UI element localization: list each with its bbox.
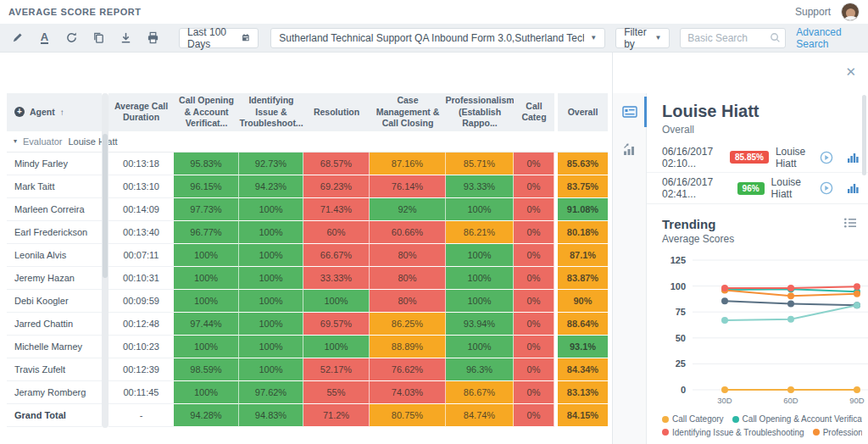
overall-score-cell[interactable]: 85.63% <box>558 153 608 175</box>
print-icon[interactable] <box>146 31 160 45</box>
score-cell[interactable]: 100% <box>446 244 514 267</box>
column-header-3[interactable]: Resolution <box>303 93 370 131</box>
agent-name[interactable]: Marleen Correira <box>7 198 102 221</box>
score-cell[interactable]: 100% <box>239 290 303 313</box>
score-cell[interactable]: 100% <box>174 290 239 313</box>
score-cell[interactable]: 0% <box>514 244 554 267</box>
overall-score-cell[interactable]: 83.75% <box>558 175 608 198</box>
score-cell[interactable]: 94.83% <box>239 404 303 427</box>
agent-name[interactable]: Travis Zufelt <box>7 358 102 381</box>
score-cell[interactable]: 100% <box>174 336 239 358</box>
legend-item[interactable]: Professionalism (Establish R... <box>813 426 862 440</box>
panel-scrollbar-thumb[interactable] <box>862 95 866 175</box>
score-cell[interactable]: 84.74% <box>446 404 514 427</box>
score-cell[interactable]: 100% <box>239 267 303 290</box>
score-cell[interactable]: 69.57% <box>303 313 370 336</box>
agent-name[interactable]: Jeremy Hazan <box>7 267 102 290</box>
score-cell[interactable]: 0% <box>514 267 554 290</box>
score-cell[interactable]: 0% <box>514 404 554 427</box>
evaluator-group-row[interactable]: ▾ Evaluator Louise Hiatt <box>7 130 608 153</box>
column-header-2[interactable]: Identifying Issue & Troubleshoot... <box>239 93 303 131</box>
score-cell[interactable]: 100% <box>446 290 514 313</box>
score-cell[interactable]: 97.62% <box>239 381 303 404</box>
score-cell[interactable]: 0% <box>514 336 554 358</box>
score-cell[interactable]: 100% <box>446 267 514 290</box>
score-cell[interactable]: 33.33% <box>303 267 370 290</box>
agent-name[interactable]: Jeramy Romberg <box>7 381 102 404</box>
overall-score-cell[interactable]: 90% <box>558 290 608 313</box>
score-cell[interactable]: 86.67% <box>446 381 514 404</box>
score-cell[interactable]: 69.23% <box>303 175 370 198</box>
score-cell[interactable]: 60.66% <box>370 221 446 244</box>
score-cell[interactable]: 85.71% <box>446 153 514 175</box>
score-cell[interactable]: 86.25% <box>370 313 446 336</box>
agent-name[interactable]: Mark Taitt <box>7 175 102 198</box>
support-link[interactable]: Support <box>795 6 831 18</box>
overall-score-cell[interactable]: 84.15% <box>558 404 608 427</box>
score-cell[interactable]: 92% <box>370 198 446 221</box>
play-recording-icon[interactable] <box>820 181 833 195</box>
overall-score-cell[interactable]: 87.1% <box>558 244 608 267</box>
score-cell[interactable]: 100% <box>446 336 514 358</box>
score-cell[interactable]: 0% <box>514 358 554 381</box>
advanced-search-link[interactable]: Advanced Search <box>796 26 858 50</box>
score-cell[interactable]: 80% <box>370 290 446 313</box>
score-cell[interactable]: 80.75% <box>370 404 446 427</box>
score-cell[interactable]: 0% <box>514 153 554 175</box>
scrollbar-thumb[interactable] <box>103 134 108 278</box>
legend-item[interactable]: Identifying Issue & Troubleshooting <box>662 426 804 440</box>
score-cell[interactable]: 68.57% <box>303 153 370 175</box>
agent-column-header[interactable]: + Agent ↑ <box>7 93 102 131</box>
table-vertical-scrollbar[interactable] <box>102 93 108 428</box>
score-badge[interactable]: 96% <box>737 182 765 195</box>
overall-score-cell[interactable]: 83.87% <box>558 267 608 290</box>
score-cell[interactable]: 66.67% <box>303 244 370 267</box>
overall-score-cell[interactable]: 80.18% <box>558 221 608 244</box>
score-cell[interactable]: 86.21% <box>446 221 514 244</box>
score-cell[interactable]: 76.14% <box>370 175 446 198</box>
edit-icon[interactable] <box>10 31 25 45</box>
score-cell[interactable]: 100% <box>446 198 514 221</box>
underline-text-icon[interactable]: A <box>37 31 52 45</box>
score-cell[interactable]: 0% <box>514 290 554 313</box>
score-cell[interactable]: 100% <box>239 336 303 358</box>
column-header-4[interactable]: Case Management & Call Closing <box>370 93 446 131</box>
form-selector-dropdown[interactable]: Sutherland Technical Support QA Inbound … <box>270 28 605 48</box>
score-cell[interactable]: 0% <box>514 175 554 198</box>
overall-score-cell[interactable]: 91.08% <box>558 198 608 221</box>
panel-scrollbar[interactable] <box>862 95 866 438</box>
filter-by-dropdown[interactable]: Filter by ▼ <box>615 28 670 48</box>
collapse-caret-icon[interactable]: ▾ <box>14 137 17 145</box>
score-cell[interactable]: 0% <box>514 221 554 244</box>
score-cell[interactable]: 71.2% <box>303 404 370 427</box>
score-badge[interactable]: 85.85% <box>730 151 769 164</box>
agent-name[interactable]: Debi Koogler <box>7 290 102 313</box>
agent-name[interactable]: Michelle Marney <box>7 336 102 358</box>
score-cell[interactable]: 100% <box>303 336 370 358</box>
refresh-icon[interactable] <box>64 31 79 45</box>
score-cell[interactable]: 76.62% <box>370 358 446 381</box>
score-cell[interactable]: 80% <box>370 244 446 267</box>
column-header-1[interactable]: Call Opening & Account Verificat... <box>174 93 239 131</box>
score-cell[interactable]: 0% <box>514 381 554 404</box>
score-cell[interactable]: 95.83% <box>174 153 239 175</box>
copy-icon[interactable] <box>92 31 106 45</box>
overall-score-cell[interactable]: 84.34% <box>558 358 608 381</box>
agent-name[interactable]: Jarred Chattin <box>7 313 102 336</box>
score-cell[interactable]: 94.23% <box>239 175 303 198</box>
date-range-button[interactable]: Last 100 Days <box>179 28 259 48</box>
score-cell[interactable]: 100% <box>174 267 239 290</box>
score-cell[interactable]: 0% <box>514 198 554 221</box>
score-cell[interactable]: 100% <box>239 244 303 267</box>
agent-name[interactable]: Leonila Alvis <box>7 244 102 267</box>
score-cell[interactable]: 80% <box>370 267 446 290</box>
column-header-6[interactable]: Call Categ <box>514 93 554 131</box>
column-header-5[interactable]: Professionalism (Establish Rappo... <box>446 93 514 131</box>
score-cell[interactable]: 55% <box>303 381 370 404</box>
overall-score-cell[interactable]: 83.13% <box>558 381 608 404</box>
play-recording-icon[interactable] <box>820 151 833 164</box>
score-cell[interactable]: 98.59% <box>174 358 239 381</box>
score-cell[interactable]: 100% <box>303 290 370 313</box>
column-header-7[interactable]: Overall <box>558 93 608 131</box>
score-cell[interactable]: 0% <box>514 313 554 336</box>
